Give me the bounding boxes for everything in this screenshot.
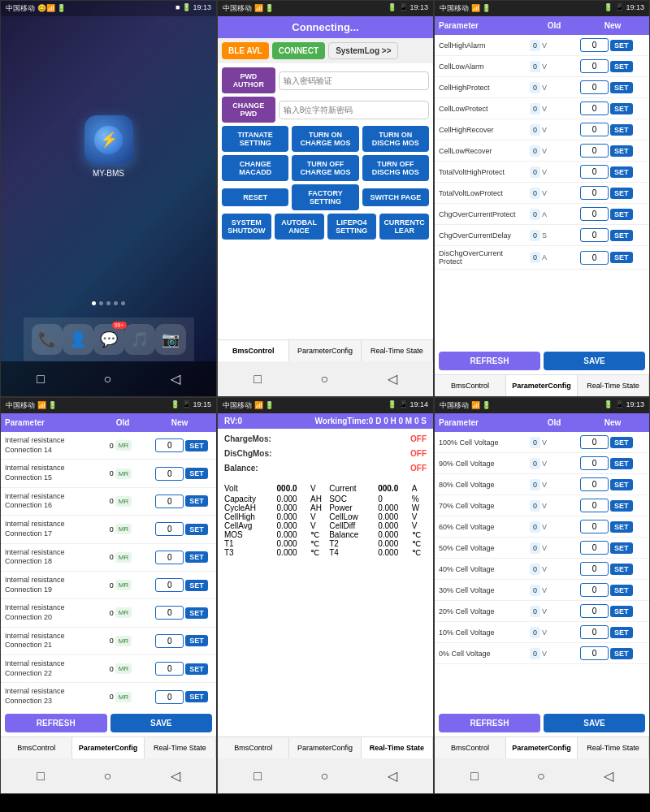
param-bottom-refresh-btn[interactable]: REFRESH	[439, 714, 540, 732]
lifepo4-setting-btn[interactable]: LIFEPO4SETTING	[327, 214, 377, 240]
param-top-bmscontrol-tab[interactable]: BmsControl	[435, 375, 506, 396]
int-conn18-input[interactable]	[155, 551, 184, 564]
param-bottom-nav-circle[interactable]: ○	[527, 766, 555, 787]
cell-low-recover-input[interactable]	[580, 144, 609, 158]
total-volt-low-protect-set-btn[interactable]: SET	[610, 188, 633, 199]
int-conn23-set-btn[interactable]: SET	[185, 691, 208, 702]
cell-10pct-input[interactable]	[580, 625, 609, 639]
home-nav-square[interactable]: □	[27, 369, 54, 390]
cell-30pct-input[interactable]	[580, 583, 609, 597]
cell-100pct-input[interactable]	[580, 435, 609, 449]
int-conn21-input[interactable]	[155, 634, 184, 648]
int-conn15-input[interactable]	[155, 467, 184, 481]
total-volt-low-protect-input[interactable]	[580, 186, 609, 200]
dischg-over-current-protect-input[interactable]	[580, 251, 609, 265]
cell-80pct-set-btn[interactable]: SET	[610, 479, 633, 490]
cell-low-alarm-set-btn[interactable]: SET	[610, 61, 633, 72]
change-pwd-btn[interactable]: CHANGEPWD	[222, 97, 275, 123]
total-volt-high-protect-input[interactable]	[580, 165, 609, 179]
int-conn22-input[interactable]	[155, 662, 184, 676]
int-conn17-set-btn[interactable]: SET	[185, 524, 208, 535]
realtime-nav-circle[interactable]: ○	[310, 766, 338, 787]
cell-60pct-set-btn[interactable]: SET	[610, 521, 633, 533]
internal-paramconfig-tab[interactable]: ParameterConfig	[72, 737, 144, 758]
int-conn22-set-btn[interactable]: SET	[185, 663, 208, 675]
camera-icon[interactable]: 📷	[155, 324, 186, 355]
realtime-state-tab[interactable]: Real-Time State	[362, 737, 433, 758]
factory-setting-btn[interactable]: FACTORYSETTING	[292, 184, 358, 210]
realtime-nav-square[interactable]: □	[244, 766, 271, 787]
param-bottom-save-btn[interactable]: SAVE	[544, 714, 645, 732]
home-nav-circle[interactable]: ○	[93, 369, 121, 390]
pwd-auth-input[interactable]	[279, 71, 429, 90]
bms-nav-square[interactable]: □	[244, 369, 271, 390]
reset-btn[interactable]: RESET	[222, 188, 288, 206]
param-bottom-paramconfig-tab[interactable]: ParameterConfig	[506, 737, 578, 758]
new-pwd-input[interactable]	[279, 101, 429, 119]
internal-refresh-btn[interactable]: REFRESH	[5, 714, 107, 732]
param-bottom-nav-square[interactable]: □	[461, 766, 488, 787]
param-top-realtime-tab[interactable]: Real-Time State	[578, 375, 649, 396]
cell-50pct-set-btn[interactable]: SET	[610, 542, 633, 554]
cell-high-recover-set-btn[interactable]: SET	[610, 124, 633, 136]
titanate-setting-btn[interactable]: TITANATESETTING	[222, 126, 288, 152]
cell-10pct-set-btn[interactable]: SET	[610, 627, 633, 638]
int-conn19-input[interactable]	[155, 578, 184, 592]
param-top-save-btn[interactable]: SAVE	[544, 352, 645, 370]
cell-0pct-input[interactable]	[580, 646, 609, 660]
system-shutdown-btn[interactable]: SYSTEMSHUTDOW	[222, 214, 271, 240]
internal-nav-circle[interactable]: ○	[93, 766, 121, 787]
cell-40pct-set-btn[interactable]: SET	[610, 564, 633, 575]
currentc-lear-btn[interactable]: CURRENTCLEAR	[379, 214, 429, 240]
turn-on-dischg-mos-btn[interactable]: TURN ONDISCHG MOS	[362, 126, 429, 152]
int-conn14-set-btn[interactable]: SET	[185, 440, 208, 451]
int-conn21-set-btn[interactable]: SET	[185, 635, 208, 646]
param-top-paramconfig-tab[interactable]: ParameterConfig	[506, 375, 578, 396]
realtime-state-tab[interactable]: Real-Time State	[362, 340, 433, 361]
cell-high-recover-input[interactable]	[580, 123, 609, 136]
cell-low-alarm-input[interactable]	[580, 59, 609, 73]
chg-over-current-delay-input[interactable]	[580, 228, 609, 242]
phone-icon[interactable]: 📞	[32, 324, 63, 355]
int-conn20-set-btn[interactable]: SET	[185, 607, 208, 619]
connect-tab[interactable]: CONNECT	[272, 42, 325, 59]
bms-nav-back[interactable]: ◁	[378, 368, 407, 390]
cell-100pct-set-btn[interactable]: SET	[610, 437, 633, 448]
internal-nav-back[interactable]: ◁	[161, 765, 190, 787]
cell-20pct-input[interactable]	[580, 604, 609, 618]
int-conn20-input[interactable]	[155, 606, 184, 620]
int-conn16-input[interactable]	[155, 495, 184, 508]
dischg-over-current-protect-set-btn[interactable]: SET	[610, 252, 633, 263]
param-bottom-nav-back[interactable]: ◁	[594, 765, 623, 787]
system-log-tab[interactable]: SystemLog >>	[328, 42, 398, 59]
turn-off-dischg-mos-btn[interactable]: TURN OFFDISCHG MOS	[362, 155, 429, 181]
realtime-nav-back[interactable]: ◁	[378, 765, 407, 787]
realtime-paramconfig-tab[interactable]: ParameterConfig	[289, 737, 361, 758]
switch-page-btn[interactable]: SWITCH PAGE	[362, 188, 429, 206]
home-nav-back[interactable]: ◁	[161, 368, 190, 390]
messages-icon[interactable]: 💬 99+	[93, 324, 124, 355]
autobalance-btn[interactable]: AUTOBALANCE	[275, 214, 324, 240]
mybms-app-icon[interactable]: ⚡	[84, 115, 133, 164]
cell-70pct-set-btn[interactable]: SET	[610, 500, 633, 512]
cell-20pct-set-btn[interactable]: SET	[610, 606, 633, 617]
cell-70pct-input[interactable]	[580, 499, 609, 512]
cell-90pct-input[interactable]	[580, 456, 609, 470]
param-top-refresh-btn[interactable]: REFRESH	[439, 352, 540, 370]
cell-high-protect-input[interactable]	[580, 80, 609, 94]
pwd-author-btn[interactable]: PWDAUTHOR	[222, 67, 275, 93]
int-conn17-input[interactable]	[155, 522, 184, 536]
internal-bmscontrol-tab[interactable]: BmsControl	[1, 737, 72, 758]
contacts-icon[interactable]: 👤	[63, 324, 93, 355]
internal-realtime-tab[interactable]: Real-Time State	[145, 737, 216, 758]
internal-nav-square[interactable]: □	[27, 766, 54, 787]
ble-avl-tab[interactable]: BLE AVL	[222, 42, 269, 59]
turn-off-charge-mos-btn[interactable]: TURN OFFCHARGE MOS	[292, 155, 358, 181]
cell-90pct-set-btn[interactable]: SET	[610, 458, 633, 469]
cell-high-protect-set-btn[interactable]: SET	[610, 82, 633, 93]
bms-control-tab[interactable]: BmsControl	[218, 340, 289, 361]
parameter-config-tab[interactable]: ParameterConfig	[289, 340, 361, 361]
chg-over-current-protect-input[interactable]	[580, 207, 609, 221]
cell-low-protect-set-btn[interactable]: SET	[610, 103, 633, 114]
cell-high-alarm-input[interactable]	[580, 38, 609, 52]
